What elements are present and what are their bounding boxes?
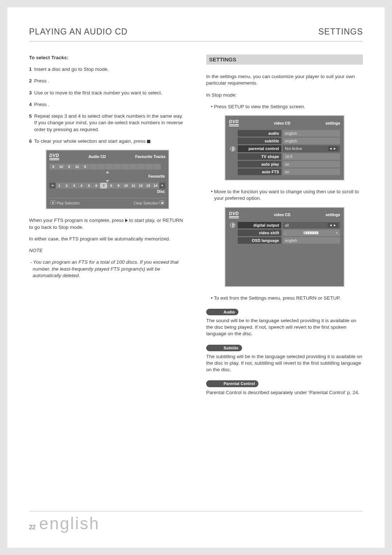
osd-fav-right: Favourite Tracks <box>135 154 166 159</box>
fav-cell: · <box>105 164 113 170</box>
osd-row: auto FTSon <box>229 169 340 175</box>
fav-cell: 10 <box>57 164 65 170</box>
after-osd-1a: When your FTS program is complete, press <box>29 218 125 223</box>
osd-row-label: parental control <box>238 145 281 152</box>
disc-label: Disc <box>49 189 165 194</box>
stop-icon <box>147 140 150 143</box>
dvd-logo-icon: DVD <box>49 153 59 160</box>
pill-parental: Parental Control <box>206 380 258 387</box>
columns: To select Tracks: 1Insert a disc and go … <box>29 54 363 511</box>
osd-row-value: 16:9 <box>283 153 340 160</box>
bullet-3: • To exit from the Settings menu, press … <box>206 295 363 301</box>
osd-row-label: auto play <box>238 161 281 167</box>
bullet-2: • Move to the function you want to chang… <box>206 189 363 202</box>
step-3: 3Use or to move to the first track numbe… <box>29 90 186 96</box>
favourite-label: Favourite <box>49 174 165 179</box>
osd-row-value: - + <box>283 230 340 236</box>
play-selection-label: Play Selection <box>57 201 79 205</box>
pill-audio: Audio <box>206 309 238 315</box>
fav-cell: 3 <box>49 164 57 170</box>
osd-row: auto playon <box>229 161 340 167</box>
step-6-text-a: To clear your whole selection and start … <box>34 138 147 144</box>
header-right: SETTINGS <box>318 27 363 37</box>
footer-language: english <box>39 514 100 533</box>
play-icon <box>50 200 56 204</box>
osd-row: subtitleenglish <box>229 138 340 144</box>
fav-cell: 6 <box>65 164 73 170</box>
osd1-mid: video CD <box>274 121 291 126</box>
osd-row-label: TV shape <box>238 153 281 160</box>
osd-row: audioenglish <box>229 130 340 137</box>
osd-row-value: all◄ ► <box>283 222 340 228</box>
after-osd-2: In either case, the FTS program will be … <box>29 236 186 242</box>
osd-row-label: OSD language <box>238 237 281 244</box>
page-header: PLAYING AN AUDIO CD SETTINGS <box>29 27 363 41</box>
step-6: 6To clear your whole selection and start… <box>29 138 186 145</box>
fav-cell: · <box>145 164 153 170</box>
osd2-mid: video CD <box>274 212 291 217</box>
osd-row-label: audio <box>238 130 281 137</box>
right-column: SETTINGS In the settings menu, you can c… <box>206 54 363 511</box>
page-footer: 22 english <box>29 511 363 533</box>
disc-cell: 10 <box>122 183 129 189</box>
step-2: 2Press . <box>29 78 186 84</box>
osd-row: TV shape16:9 <box>229 153 340 160</box>
fav-cell: · <box>113 164 121 170</box>
disc-cell: 5 <box>85 183 92 189</box>
osd-fav-footer: Play Selection Clear Selection <box>49 198 166 206</box>
osd2-rows: digital outputall◄ ►video shift- +OSD la… <box>229 222 340 244</box>
disc-cell: 7 <box>100 183 107 189</box>
disc-cell: 1 <box>56 183 63 189</box>
osd2-header: DVD video CD settings <box>229 211 340 218</box>
favourite-row: 3106115········· <box>49 164 166 170</box>
disc-cell: 14 <box>152 183 159 189</box>
stop-mode-label: In Stop mode: <box>206 92 363 98</box>
osd-row: OSD languageenglish <box>229 237 340 244</box>
fav-cell: · <box>153 164 161 170</box>
osd-row-value: on <box>283 169 340 175</box>
step-4: 4Press . <box>29 101 186 108</box>
step-3-text: Use or to move to the first track number… <box>34 90 162 96</box>
disc-cell: 6 <box>93 183 100 189</box>
osd-row-label: digital output <box>238 222 281 228</box>
pill-subtitle: Subtitle <box>206 345 242 351</box>
select-tracks-heading: To select Tracks: <box>29 54 186 61</box>
settings-intro: In the settings menu, you can customize … <box>206 73 363 86</box>
osd2-right: settings <box>326 212 340 217</box>
osd-fav-header: DVD Audio CD Favourite Tracks <box>49 153 166 160</box>
osd-settings-1: DVD video CD settings audioenglishsubtit… <box>225 115 344 181</box>
fav-cell: 11 <box>73 164 81 170</box>
para-subtitle: The subtitling will be in the language s… <box>206 353 363 373</box>
note-body: - You can program an FTS for a total of … <box>29 259 186 279</box>
disc-cell: 12 <box>137 183 144 189</box>
osd-row-label: subtitle <box>238 138 281 144</box>
step-6-text-b: . <box>150 138 152 144</box>
osd-row-value: Not Active◄ ► <box>283 145 340 152</box>
osd-fav-mid: Audio CD <box>89 154 106 159</box>
nav-left-icon: ◄ <box>49 183 56 189</box>
osd1-right: settings <box>326 121 340 126</box>
fav-cell: · <box>129 164 137 170</box>
disc-cell: 11 <box>130 183 137 189</box>
left-column: To select Tracks: 1Insert a disc and go … <box>29 54 186 511</box>
dvd-logo-icon: DVD <box>229 119 239 126</box>
stop-osd-icon <box>159 200 164 204</box>
osd-settings-2: DVD video CD settings digital outputall◄… <box>225 207 344 287</box>
fav-cell: · <box>89 164 97 170</box>
step-4-text: Press . <box>34 102 49 107</box>
play-selection: Play Selection <box>49 200 79 206</box>
arrow-up-icon <box>106 171 109 173</box>
osd-row-label: video shift <box>238 230 281 236</box>
step-5: 5Repeat steps 3 and 4 to select other tr… <box>29 113 186 133</box>
osd-row: video shift- + <box>229 230 340 236</box>
page: PLAYING AN AUDIO CD SETTINGS To select T… <box>7 7 385 548</box>
disc-cell: 3 <box>70 183 77 189</box>
fav-cell: · <box>121 164 129 170</box>
bullet-1: • Press SETUP to view the Settings scree… <box>206 104 363 110</box>
header-left: PLAYING AN AUDIO CD <box>29 27 128 37</box>
nav-right-icon: ► <box>159 183 166 189</box>
osd1-header: DVD video CD settings <box>229 119 340 126</box>
step-5-text: Repeat steps 3 and 4 to select other tra… <box>34 113 183 132</box>
step-1-text: Insert a disc and go to Stop mode. <box>34 66 109 72</box>
osd-row-label: auto FTS <box>238 169 281 175</box>
